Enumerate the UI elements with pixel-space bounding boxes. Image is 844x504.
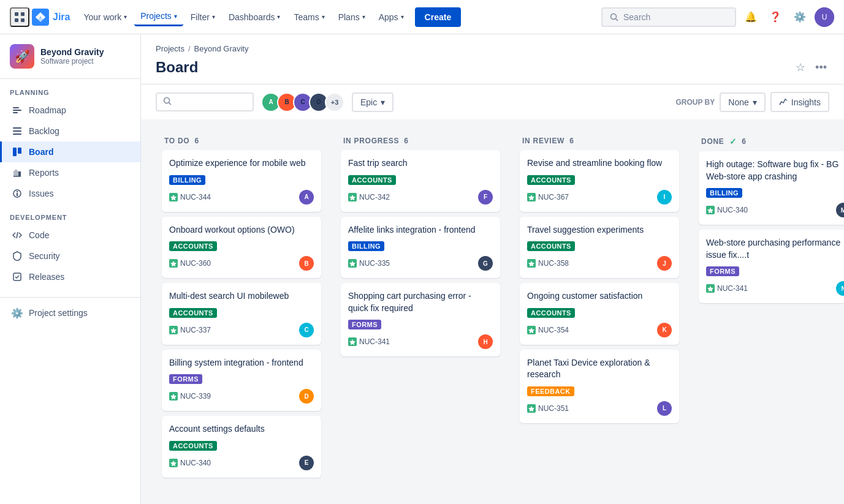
board-area: TO DO 6 Optimize experience for mobile w… <box>141 119 844 494</box>
card-nuc-360[interactable]: Onboard workout options (OWO) ACCOUNTS N… <box>162 217 321 279</box>
top-navigation: Jira Your work ▾ Projects ▾ Filter ▾ Das… <box>0 0 844 34</box>
help-button[interactable]: ❓ <box>766 7 785 27</box>
breadcrumb-projects[interactable]: Projects <box>156 44 184 53</box>
code-icon <box>12 230 23 241</box>
settings-button[interactable]: ⚙️ <box>790 7 810 27</box>
card-id: NUC-351 <box>527 404 569 413</box>
grid-menu-icon[interactable] <box>10 7 29 27</box>
column-done: DONE ✓ 6 High outage: Software bug fix -… <box>693 129 844 484</box>
card-nuc-337[interactable]: Multi-dest search UI mobileweb ACCOUNTS … <box>162 283 321 345</box>
svg-rect-12 <box>13 148 17 156</box>
breadcrumb-project[interactable]: Beyond Gravity <box>194 44 249 53</box>
sidebar-item-issues[interactable]: Issues <box>0 183 140 204</box>
card-nuc-344[interactable]: Optimize experience for mobile web BILLI… <box>162 150 321 212</box>
board-icon <box>12 146 23 157</box>
user-avatar[interactable]: U <box>815 7 834 27</box>
svg-rect-0 <box>15 12 18 16</box>
jira-logo-text: Jira <box>53 12 70 23</box>
card-tag: ACCOUNTS <box>169 308 217 318</box>
card-avatar: I <box>657 190 672 205</box>
sidebar-item-releases[interactable]: Releases <box>0 266 140 287</box>
nav-plans[interactable]: Plans ▾ <box>332 9 371 26</box>
svg-line-19 <box>17 232 18 238</box>
notifications-button[interactable]: 🔔 <box>741 7 761 27</box>
nav-teams[interactable]: Teams ▾ <box>287 9 330 26</box>
svg-rect-9 <box>13 127 21 129</box>
nav-filter[interactable]: Filter ▾ <box>184 9 221 26</box>
issue-type-icon <box>706 206 715 214</box>
backlog-icon <box>12 126 23 137</box>
sidebar-item-roadmap[interactable]: Roadmap <box>0 100 140 121</box>
card-footer: NUC-360 B <box>169 256 314 271</box>
card-footer: NUC-341 H <box>348 334 493 349</box>
chevron-down-icon: ▾ <box>381 97 385 107</box>
member-avatar-extra[interactable]: +3 <box>325 92 344 112</box>
member-avatars: A B C D +3 <box>261 92 344 112</box>
card-nuc-341-ip[interactable]: Shopping cart purchasing error - quick f… <box>341 283 500 356</box>
card-nuc-341-done[interactable]: Web-store purchasing performance issue f… <box>699 230 844 303</box>
card-id: NUC-340 <box>169 459 211 467</box>
card-id: NUC-339 <box>169 392 211 401</box>
card-nuc-335[interactable]: Affelite links integration - frontend BI… <box>341 217 500 279</box>
card-nuc-367[interactable]: Revise and streamline booking flow ACCOU… <box>520 150 679 212</box>
sidebar-item-security[interactable]: Security <box>0 246 140 266</box>
sidebar-item-project-settings[interactable]: ⚙️ Project settings <box>0 303 140 323</box>
nav-apps[interactable]: Apps ▾ <box>373 9 410 26</box>
project-icon: 🚀 <box>10 44 34 69</box>
card-id: NUC-337 <box>169 326 211 334</box>
epic-filter[interactable]: Epic ▾ <box>352 92 393 112</box>
card-tag: ACCOUNTS <box>169 241 217 251</box>
card-title: Shopping cart purchasing error - quick f… <box>348 290 493 314</box>
sidebar-item-code[interactable]: Code <box>0 225 140 246</box>
nav-dashboards[interactable]: Dashboards ▾ <box>222 9 287 26</box>
project-info: Beyond Gravity Software project <box>40 47 104 66</box>
card-footer: NUC-342 F <box>348 190 493 205</box>
card-nuc-351[interactable]: Planet Taxi Device exploration & researc… <box>520 350 679 423</box>
card-id: NUC-367 <box>527 193 569 201</box>
card-footer: NUC-335 G <box>348 256 493 271</box>
card-title: Optimize experience for mobile web <box>169 157 314 170</box>
jira-logo[interactable]: Jira <box>32 9 70 26</box>
group-by-select[interactable]: None ▾ <box>720 92 765 112</box>
create-button[interactable]: Create <box>415 7 462 27</box>
releases-icon <box>12 271 23 282</box>
card-footer: NUC-358 J <box>527 256 672 271</box>
more-options-button[interactable]: ••• <box>813 59 829 77</box>
column-cards-inprogress: Fast trip search ACCOUNTS NUC-342 F <box>335 150 506 484</box>
card-nuc-340-done[interactable]: High outage: Software bug fix - BG Web-s… <box>699 151 844 225</box>
card-nuc-354[interactable]: Ongoing customer satisfaction ACCOUNTS N… <box>520 283 679 345</box>
sidebar-item-reports[interactable]: Reports <box>0 162 140 183</box>
card-id: NUC-341 <box>706 284 748 293</box>
card-avatar: D <box>299 389 314 404</box>
issue-type-icon <box>527 193 536 201</box>
svg-rect-10 <box>13 130 21 132</box>
issue-type-icon <box>527 259 536 268</box>
card-title: Web-store purchasing performance issue f… <box>706 237 844 261</box>
card-nuc-339[interactable]: Billing system integration - frontend FO… <box>162 350 321 412</box>
roadmap-icon <box>12 105 23 116</box>
nav-your-work[interactable]: Your work ▾ <box>77 9 133 26</box>
card-nuc-358[interactable]: Travel suggestion experiments ACCOUNTS N… <box>520 217 679 279</box>
column-inreview: IN REVIEW 6 Revise and streamline bookin… <box>514 129 685 484</box>
sidebar-item-backlog[interactable]: Backlog <box>0 121 140 141</box>
sidebar-item-board[interactable]: Board <box>0 141 140 162</box>
star-button[interactable]: ☆ <box>793 58 808 77</box>
svg-rect-7 <box>13 110 21 111</box>
card-title: Planet Taxi Device exploration & researc… <box>527 357 672 381</box>
card-avatar: K <box>657 323 672 337</box>
sidebar: 🚀 Beyond Gravity Software project PLANNI… <box>0 34 141 504</box>
card-avatar: B <box>299 256 314 271</box>
card-nuc-342[interactable]: Fast trip search ACCOUNTS NUC-342 F <box>341 150 500 212</box>
project-type: Software project <box>40 57 104 66</box>
card-tag: FEEDBACK <box>527 386 574 396</box>
card-nuc-340[interactable]: Account settings defaults ACCOUNTS NUC-3… <box>162 416 321 478</box>
board-search-filter[interactable] <box>156 92 254 111</box>
insights-button[interactable]: Insights <box>770 92 829 112</box>
sidebar-project-header[interactable]: 🚀 Beyond Gravity Software project <box>0 34 140 79</box>
planning-section-label: PLANNING <box>0 79 140 100</box>
project-name: Beyond Gravity <box>40 47 104 57</box>
jira-logo-icon <box>32 9 49 26</box>
nav-projects[interactable]: Projects ▾ <box>134 7 183 26</box>
svg-line-22 <box>169 103 172 105</box>
search-box[interactable]: Search <box>601 7 736 27</box>
